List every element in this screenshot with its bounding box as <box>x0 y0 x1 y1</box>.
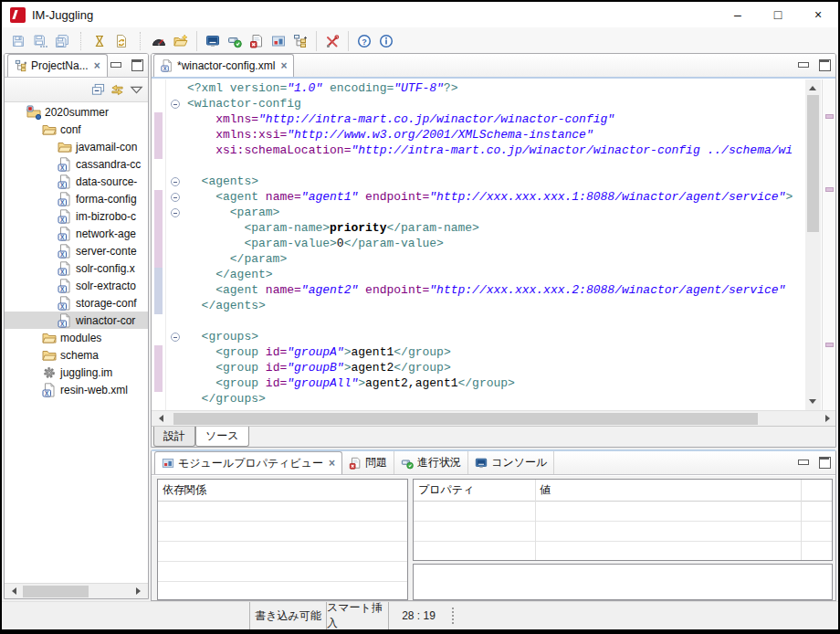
tree-item-storage-conf[interactable]: Xstorage-conf <box>5 294 148 312</box>
fold-collapse-icon[interactable] <box>171 208 180 217</box>
tab-console[interactable]: コンソール <box>468 451 554 474</box>
code-area[interactable]: <?xml version="1.0" encoding="UTF-8"?><w… <box>187 81 803 408</box>
change-mark[interactable] <box>825 114 834 119</box>
property-column-header[interactable]: プロパティ <box>414 482 535 498</box>
code-line[interactable]: <group id="groupAll">agent2,agent1</grou… <box>187 376 803 392</box>
editor-vscrollbar[interactable] <box>805 79 821 410</box>
change-mark[interactable] <box>825 343 834 347</box>
code-line[interactable]: <agents> <box>187 174 803 190</box>
tree-item-conf[interactable]: conf <box>5 121 148 138</box>
table-row[interactable] <box>158 582 407 601</box>
fold-collapse-icon[interactable] <box>171 193 180 202</box>
close-window-button[interactable]: × <box>798 2 838 27</box>
tree-item-network-age[interactable]: Xnetwork-age <box>5 225 148 242</box>
code-line[interactable]: xsi:schemaLocation="http://intra-mart.co… <box>187 143 803 159</box>
maximize-window-button[interactable]: □ <box>758 2 798 27</box>
close-icon[interactable] <box>94 59 100 72</box>
fold-collapse-icon[interactable] <box>171 100 180 109</box>
save-all-button[interactable] <box>51 30 73 52</box>
code-line[interactable]: </param> <box>187 252 803 268</box>
code-line[interactable]: <?xml version="1.0" encoding="UTF-8"?> <box>187 81 803 97</box>
code-line[interactable]: <group id="groupB">agent2</group> <box>187 361 803 376</box>
code-line[interactable]: </agents> <box>187 299 803 314</box>
tab-design[interactable]: 設計 <box>153 427 195 447</box>
scroll-right-icon[interactable] <box>136 587 144 595</box>
tree-item-solr-extracto[interactable]: Xsolr-extracto <box>5 277 148 294</box>
tree-item-resin-web-xml[interactable]: Xresin-web.xml <box>5 381 148 398</box>
code-line[interactable] <box>187 159 803 174</box>
change-mark[interactable] <box>825 187 834 192</box>
save-button[interactable] <box>7 30 29 52</box>
info-button[interactable] <box>375 30 397 52</box>
code-line[interactable]: <winactor-config <box>187 97 803 112</box>
tree-item-server-conte[interactable]: Xserver-conte <box>5 242 148 259</box>
code-line[interactable]: <param-name>priority</param-name> <box>187 221 803 237</box>
property-detail-box[interactable] <box>413 564 833 600</box>
tab-winactor-config[interactable]: X *winactor-config.xml <box>153 54 294 77</box>
tab-project-explorer[interactable]: ProjectNa... <box>7 54 108 77</box>
tree-item-juggling-im[interactable]: juggling.im <box>5 364 148 381</box>
dependencies-column-header[interactable]: 依存関係 <box>158 480 407 502</box>
console-view-button[interactable] <box>202 30 224 52</box>
minimize-view-button[interactable] <box>109 58 123 71</box>
tab-module-property-view[interactable]: モジュールプロパティビュー <box>154 451 342 474</box>
project-tree-hscrollbar[interactable] <box>5 583 148 598</box>
fold-collapse-icon[interactable] <box>171 177 180 186</box>
table-row[interactable] <box>414 502 832 522</box>
table-row[interactable] <box>414 522 832 542</box>
progress-view-button[interactable] <box>224 30 246 52</box>
code-line[interactable]: </groups> <box>187 392 803 407</box>
code-line[interactable] <box>187 314 803 330</box>
tree-item-schema[interactable]: schema <box>5 346 148 364</box>
code-line[interactable]: <group id="groupA">agent1</group> <box>187 345 803 361</box>
code-line[interactable]: xmlns:xsi="http://www.w3.org/2001/XMLSch… <box>187 128 803 143</box>
tab-source[interactable]: ソース <box>195 427 249 447</box>
code-line[interactable]: <param-value>0</param-value> <box>187 237 803 252</box>
maximize-view-button[interactable] <box>130 58 144 71</box>
table-row[interactable] <box>158 542 407 562</box>
code-line[interactable]: xmlns="http://intra-mart.co.jp/winactor/… <box>187 112 803 128</box>
tab-problems[interactable]: 問題 <box>342 451 394 474</box>
tree-item-solr-config-x[interactable]: Xsolr-config.x <box>5 259 148 277</box>
code-line[interactable]: <groups> <box>187 330 803 345</box>
problems-view-button[interactable] <box>246 30 268 52</box>
gauge-button[interactable] <box>148 30 170 52</box>
tree-item-javamail-con[interactable]: javamail-con <box>5 138 148 155</box>
code-line[interactable]: <param> <box>187 206 803 221</box>
tab-progress[interactable]: 進行状況 <box>394 451 468 474</box>
hierarchy-view-button[interactable] <box>289 30 311 52</box>
table-row[interactable] <box>158 562 407 582</box>
fold-collapse-icon[interactable] <box>171 333 180 342</box>
scroll-down-icon[interactable] <box>809 399 816 407</box>
scroll-thumb[interactable] <box>173 413 758 425</box>
editor-hscrollbar[interactable] <box>152 410 836 426</box>
tree-item-modules[interactable]: modules <box>5 329 148 346</box>
scroll-right-icon[interactable] <box>825 415 834 422</box>
view-menu-icon[interactable] <box>130 83 143 97</box>
minimize-view-button[interactable] <box>796 456 811 469</box>
close-icon[interactable] <box>329 457 335 470</box>
collapse-all-icon[interactable] <box>91 83 105 97</box>
code-line[interactable]: </agent> <box>187 268 803 283</box>
code-line[interactable]: <agent name="agent2" endpoint="http://xx… <box>187 283 803 299</box>
code-line[interactable]: <agent name="agent1" endpoint="http://xx… <box>187 190 803 206</box>
tree-item-forma-config[interactable]: Xforma-config <box>5 190 148 207</box>
scroll-thumb[interactable] <box>807 95 819 232</box>
maximize-view-button[interactable] <box>817 456 832 469</box>
save-as-button[interactable] <box>29 30 51 52</box>
link-with-editor-icon[interactable] <box>110 83 124 97</box>
status-smart-insert[interactable]: スマート挿入 <box>326 602 388 629</box>
table-row[interactable] <box>158 502 407 522</box>
value-column-header[interactable]: 値 <box>535 482 551 498</box>
column-divider[interactable] <box>535 480 536 560</box>
maximize-editor-button[interactable] <box>817 58 832 71</box>
status-drag-handle[interactable] <box>452 602 461 629</box>
table-row[interactable] <box>414 542 832 562</box>
table-row[interactable] <box>158 522 407 542</box>
tree-item-data-source-[interactable]: Xdata-source- <box>5 173 148 190</box>
minimize-window-button[interactable]: – <box>718 2 758 27</box>
tree-item-cassandra-cc[interactable]: Xcassandra-cc <box>5 155 148 173</box>
new-folder-button[interactable] <box>170 30 192 52</box>
scroll-thumb[interactable] <box>23 586 89 597</box>
scroll-up-icon[interactable] <box>809 82 816 90</box>
